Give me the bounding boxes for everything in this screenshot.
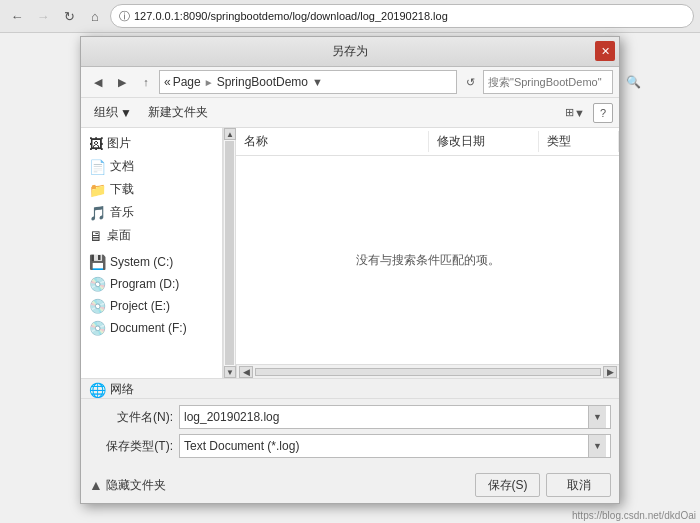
scroll-up-arrow[interactable]: ▲ (224, 128, 236, 140)
refresh-button[interactable]: ↻ (58, 5, 80, 27)
hide-folder-button[interactable]: ▲ 隐藏文件夹 (89, 477, 166, 494)
sidebar-item-label: Project (E:) (110, 299, 170, 313)
sidebar-item-pictures[interactable]: 🖼 图片 (81, 132, 222, 155)
dialog-titlebar: 另存为 ✕ (81, 37, 619, 67)
filename-row: 文件名(N): ▼ (89, 405, 611, 429)
search-box: 🔍 (483, 70, 613, 94)
breadcrumb-current[interactable]: SpringBootDemo (217, 75, 308, 89)
file-list-header: 名称 修改日期 类型 (236, 128, 619, 156)
forward-button[interactable]: → (32, 5, 54, 27)
address-text: 127.0.0.1:8090/springbootdemo/log/downlo… (134, 10, 685, 22)
breadcrumb-prefix: « (164, 75, 171, 89)
sidebar-item-system-c[interactable]: 💾 System (C:) (81, 251, 222, 273)
network-row[interactable]: 🌐 网络 (81, 378, 619, 398)
filename-input-wrap: ▼ (179, 405, 611, 429)
breadcrumb-bar[interactable]: « Page ► SpringBootDemo ▼ (159, 70, 457, 94)
dialog-body: 🖼 图片 📄 文档 📁 下载 🎵 音乐 🖥 桌面 (81, 128, 619, 378)
col-date-header[interactable]: 修改日期 (429, 131, 539, 152)
music-icon: 🎵 (89, 205, 106, 221)
filetype-label: 保存类型(T): (89, 438, 179, 455)
network-label: 网络 (110, 381, 134, 398)
filename-dropdown[interactable]: ▼ (588, 406, 606, 428)
program-d-icon: 💿 (89, 276, 106, 292)
cancel-button[interactable]: 取消 (546, 473, 611, 497)
dialog-close-button[interactable]: ✕ (595, 41, 615, 61)
sidebar-item-label: 下载 (110, 181, 134, 198)
sidebar-container: 🖼 图片 📄 文档 📁 下载 🎵 音乐 🖥 桌面 (81, 128, 236, 378)
breadcrumb-page[interactable]: Page (173, 75, 201, 89)
nav-forward-button[interactable]: ▶ (111, 72, 133, 92)
scroll-thumb (225, 141, 234, 365)
system-c-icon: 💾 (89, 254, 106, 270)
filetype-select-wrap: Text Document (*.log) ▼ (179, 434, 611, 458)
dialog-title: 另存为 (332, 43, 368, 60)
lock-icon: ⓘ (119, 9, 130, 24)
sidebar-item-project-e[interactable]: 💿 Project (E:) (81, 295, 222, 317)
organize-label: 组织 (94, 104, 118, 121)
file-list: 名称 修改日期 类型 没有与搜索条件匹配的项。 ◀ ▶ (236, 128, 619, 378)
scroll-down-arrow[interactable]: ▼ (224, 366, 236, 378)
search-icon[interactable]: 🔍 (626, 75, 641, 89)
sidebar-item-label: 音乐 (110, 204, 134, 221)
organize-arrow: ▼ (120, 106, 132, 120)
view-icon: ⊞ (565, 106, 574, 119)
network-icon: 🌐 (89, 382, 106, 398)
nav-back-button[interactable]: ◀ (87, 72, 109, 92)
sidebar-scrollbar[interactable]: ▲ ▼ (223, 128, 235, 378)
hide-folder-label: 隐藏文件夹 (106, 477, 166, 494)
help-button[interactable]: ? (593, 103, 613, 123)
organize-button[interactable]: 组织 ▼ (87, 101, 139, 124)
dialog-navbar: ◀ ▶ ↑ « Page ► SpringBootDemo ▼ ↺ 🔍 (81, 67, 619, 98)
hscroll-left-button[interactable]: ◀ (239, 366, 253, 378)
address-bar[interactable]: ⓘ 127.0.0.1:8090/springbootdemo/log/down… (110, 4, 694, 28)
actions-right: 保存(S) 取消 (475, 473, 611, 497)
file-list-body: 没有与搜索条件匹配的项。 (236, 156, 619, 364)
browser-toolbar: ← → ↻ ⌂ ⓘ 127.0.0.1:8090/springbootdemo/… (0, 0, 700, 32)
col-type-header[interactable]: 类型 (539, 131, 619, 152)
browser-chrome: ← → ↻ ⌂ ⓘ 127.0.0.1:8090/springbootdemo/… (0, 0, 700, 33)
sidebar-item-downloads[interactable]: 📁 下载 (81, 178, 222, 201)
sidebar-item-label: Document (F:) (110, 321, 187, 335)
filename-label: 文件名(N): (89, 409, 179, 426)
sidebar-item-desktop[interactable]: 🖥 桌面 (81, 224, 222, 247)
project-e-icon: 💿 (89, 298, 106, 314)
sidebar-item-music[interactable]: 🎵 音乐 (81, 201, 222, 224)
horizontal-scrollbar[interactable]: ◀ ▶ (236, 364, 619, 378)
sidebar-item-program-d[interactable]: 💿 Program (D:) (81, 273, 222, 295)
dialog-bottom: 文件名(N): ▼ 保存类型(T): Text Document (*.log)… (81, 398, 619, 469)
sidebar-item-document-f[interactable]: 💿 Document (F:) (81, 317, 222, 339)
search-input[interactable] (488, 76, 626, 88)
documents-icon: 📄 (89, 159, 106, 175)
downloads-icon: 📁 (89, 182, 106, 198)
filetype-row: 保存类型(T): Text Document (*.log) ▼ (89, 434, 611, 458)
sidebar-item-documents[interactable]: 📄 文档 (81, 155, 222, 178)
watermark: https://blog.csdn.net/dkdOai (572, 510, 696, 521)
sidebar-item-label: Program (D:) (110, 277, 179, 291)
new-folder-button[interactable]: 新建文件夹 (141, 101, 215, 124)
save-button[interactable]: 保存(S) (475, 473, 540, 497)
filetype-dropdown[interactable]: ▼ (588, 435, 606, 457)
hscroll-track[interactable] (255, 368, 601, 376)
toolbar-right: ⊞ ▼ ? (561, 102, 613, 124)
dialog-actions: ▲ 隐藏文件夹 保存(S) 取消 (81, 469, 619, 503)
sidebar-item-label: 桌面 (107, 227, 131, 244)
nav-up-button[interactable]: ↑ (135, 72, 157, 92)
sidebar-item-label: System (C:) (110, 255, 173, 269)
sidebar-item-label: 图片 (107, 135, 131, 152)
save-as-dialog: 另存为 ✕ ◀ ▶ ↑ « Page ► SpringBootDemo ▼ ↺ … (80, 36, 620, 504)
view-button[interactable]: ⊞ ▼ (561, 102, 589, 124)
hscroll-right-button[interactable]: ▶ (603, 366, 617, 378)
home-button[interactable]: ⌂ (84, 5, 106, 27)
nav-refresh-button[interactable]: ↺ (459, 72, 481, 92)
breadcrumb-arrow-1: ► (204, 77, 214, 88)
hide-folder-icon: ▲ (89, 477, 103, 493)
col-name-header[interactable]: 名称 (236, 131, 429, 152)
dialog-toolbar: 组织 ▼ 新建文件夹 ⊞ ▼ ? (81, 98, 619, 128)
filename-input[interactable] (184, 410, 588, 424)
back-button[interactable]: ← (6, 5, 28, 27)
filetype-value: Text Document (*.log) (184, 439, 588, 453)
breadcrumb-dropdown-button[interactable]: ▼ (312, 76, 323, 88)
pictures-icon: 🖼 (89, 136, 103, 152)
sidebar: 🖼 图片 📄 文档 📁 下载 🎵 音乐 🖥 桌面 (81, 128, 223, 378)
view-arrow: ▼ (574, 107, 585, 119)
